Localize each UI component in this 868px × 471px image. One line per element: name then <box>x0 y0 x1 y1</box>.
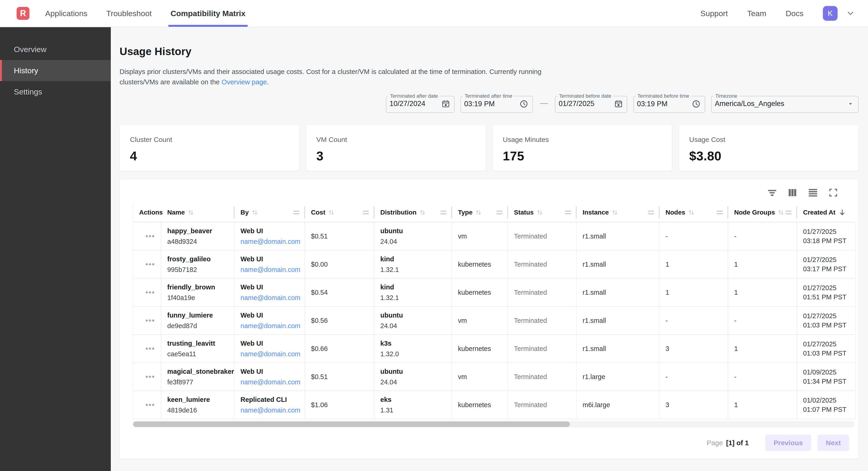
cell-type: kubernetes <box>452 278 508 306</box>
stat-card-label: Usage Cost <box>689 136 848 144</box>
sidebar-item-overview[interactable]: Overview <box>0 39 111 60</box>
sort-icon[interactable] <box>419 209 426 216</box>
row-actions-menu-icon[interactable] <box>145 375 155 378</box>
cell-status: Terminated <box>508 278 577 306</box>
row-actions-menu-icon[interactable] <box>145 319 155 322</box>
app-logo[interactable]: R <box>17 7 30 20</box>
column-header[interactable]: Distribution <box>374 203 452 222</box>
cell-distribution: ubuntu 24.04 <box>374 363 452 390</box>
nav-tab-compatibility-matrix[interactable]: Compatibility Matrix <box>171 0 246 27</box>
column-header[interactable]: Name <box>161 203 235 222</box>
terminated-before-time-value[interactable]: 03:19 PM <box>637 100 668 108</box>
avatar[interactable]: K <box>823 6 838 21</box>
terminated-after-date-value[interactable]: 10/27/2024 <box>390 99 425 108</box>
sort-icon[interactable] <box>611 209 619 216</box>
sort-icon[interactable] <box>328 209 335 216</box>
column-resize-handle[interactable] <box>717 209 723 216</box>
column-header[interactable]: Node Groups <box>728 203 797 222</box>
column-header-label: Created At <box>803 209 836 216</box>
column-header[interactable]: Status <box>508 203 577 222</box>
terminated-before-date-value[interactable]: 01/27/2025 <box>559 99 594 108</box>
dropdown-caret-icon[interactable] <box>847 100 854 107</box>
overview-page-link[interactable]: Overview page <box>222 78 267 86</box>
column-resize-handle[interactable] <box>496 209 502 216</box>
cell-by: Web UI name@domain.com <box>235 223 305 250</box>
clock-icon[interactable] <box>520 99 528 108</box>
usage-table: Actions Name By Cost <box>133 203 855 419</box>
sidebar-item-history[interactable]: History <box>0 60 111 81</box>
previous-page-button[interactable]: Previous <box>765 435 811 451</box>
column-resize-handle[interactable] <box>363 209 369 216</box>
cell-by: Web UI name@domain.com <box>235 363 305 390</box>
column-resize-handle[interactable] <box>785 209 792 216</box>
cell-created-at: 01/27/2025 03:18 PM PST <box>797 223 856 250</box>
email-link[interactable]: name@domain.com <box>241 407 305 414</box>
email-link[interactable]: name@domain.com <box>241 322 305 330</box>
sort-icon[interactable] <box>777 209 785 216</box>
timezone-select[interactable]: Timezone America/Los_Angeles <box>711 93 859 113</box>
column-header[interactable]: Nodes <box>659 203 728 222</box>
column-header[interactable]: Type <box>452 203 508 222</box>
nav-link-team[interactable]: Team <box>747 9 766 18</box>
clock-icon[interactable] <box>692 99 701 108</box>
column-header[interactable]: Instance <box>577 203 659 222</box>
email-link[interactable]: name@domain.com <box>241 378 305 386</box>
cell-status: Terminated <box>508 223 577 250</box>
timezone-value[interactable]: America/Los_Angeles <box>715 99 784 108</box>
sort-icon[interactable] <box>688 209 695 216</box>
fullscreen-icon[interactable] <box>828 188 838 198</box>
terminated-before-date-field[interactable]: Terminated before date 01/27/2025 <box>555 93 627 113</box>
email-link[interactable]: name@domain.com <box>241 350 305 358</box>
column-resize-handle[interactable] <box>440 209 446 216</box>
row-actions-menu-icon[interactable] <box>145 291 155 294</box>
column-resize-handle[interactable] <box>648 209 654 216</box>
stat-card-value: 4 <box>130 149 289 164</box>
column-resize-handle[interactable] <box>565 209 571 216</box>
column-header-label: Type <box>458 209 472 216</box>
terminated-after-time-value[interactable]: 03:19 PM <box>464 100 495 108</box>
filter-icon[interactable] <box>767 187 777 198</box>
column-header[interactable]: Cost <box>305 203 374 222</box>
stat-card: Cluster Count 4 <box>120 124 299 171</box>
row-actions-menu-icon[interactable] <box>145 235 155 238</box>
cell-nodes: 3 <box>659 391 728 419</box>
row-actions-menu-icon[interactable] <box>145 403 155 407</box>
cell-instance: m6i.large <box>577 391 659 419</box>
terminated-after-date-field[interactable]: Terminated after date 10/27/2024 <box>386 93 455 113</box>
nav-tab-troubleshoot[interactable]: Troubleshoot <box>106 0 152 27</box>
column-resize-handle[interactable] <box>293 209 300 216</box>
row-actions-menu-icon[interactable] <box>145 263 155 266</box>
nav-link-support[interactable]: Support <box>700 9 728 18</box>
sort-icon[interactable] <box>251 209 258 216</box>
terminated-after-date-label: Terminated after date <box>388 93 440 99</box>
terminated-after-time-field[interactable]: Terminated after time 03:19 PM <box>461 93 533 113</box>
column-header[interactable]: Created At <box>797 203 856 222</box>
timezone-label: Timezone <box>713 93 739 99</box>
calendar-icon[interactable] <box>614 99 623 108</box>
columns-icon[interactable] <box>787 187 798 198</box>
email-link[interactable]: name@domain.com <box>241 238 305 245</box>
terminated-before-time-field[interactable]: Terminated before time 03:19 PM <box>633 93 705 113</box>
nav-tab-applications[interactable]: Applications <box>45 0 87 27</box>
sort-desc-icon[interactable] <box>838 209 846 216</box>
sidebar-item-settings[interactable]: Settings <box>0 81 111 102</box>
calendar-icon[interactable] <box>442 99 450 108</box>
stat-card-value: $3.80 <box>689 149 848 164</box>
column-header[interactable]: Actions <box>133 203 161 222</box>
sort-icon[interactable] <box>475 209 482 216</box>
horizontal-scrollbar-thumb[interactable] <box>133 421 570 427</box>
sort-icon[interactable] <box>187 209 194 216</box>
row-actions-menu-icon[interactable] <box>145 347 155 350</box>
terminated-before-date-label: Terminated before date <box>557 93 613 99</box>
email-link[interactable]: name@domain.com <box>241 294 305 302</box>
sort-icon[interactable] <box>536 209 544 216</box>
column-header[interactable]: By <box>235 203 305 222</box>
chevron-down-icon[interactable] <box>846 9 855 18</box>
next-page-button[interactable]: Next <box>817 435 849 451</box>
email-link[interactable]: name@domain.com <box>241 266 305 273</box>
density-icon[interactable] <box>808 187 818 198</box>
cell-cost: $1.06 <box>305 391 374 419</box>
cell-cost: $0.51 <box>305 363 374 390</box>
stat-card: Usage Cost $3.80 <box>679 124 859 171</box>
nav-link-docs[interactable]: Docs <box>786 9 804 18</box>
